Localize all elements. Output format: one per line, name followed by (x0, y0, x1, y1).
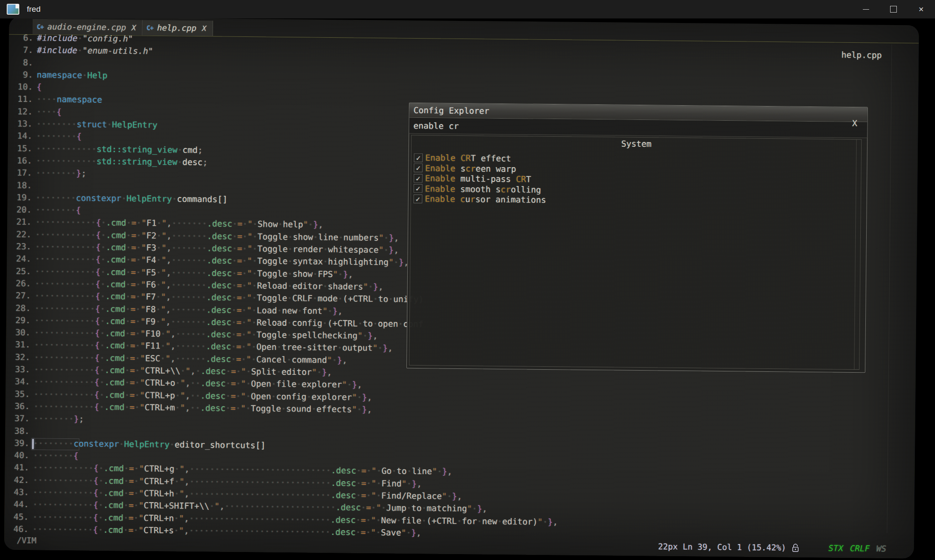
line-content: namespace·Help (36, 69, 107, 82)
line-number: 22. (7, 228, 31, 241)
lock-icon (792, 543, 799, 552)
text-cursor (32, 439, 34, 449)
config-item-label: Enable cursor animations (425, 194, 546, 205)
line-number: 36. (5, 400, 30, 412)
window-title: fred (27, 5, 41, 14)
line-number: 33. (6, 363, 30, 376)
line-number: 39. (5, 437, 29, 449)
line-number: 20. (7, 204, 31, 216)
line-number: 34. (5, 376, 30, 388)
line-content: { (36, 81, 42, 93)
config-items: ✓Enable CRT effect✓Enable screen warp✓En… (414, 153, 861, 208)
line-number: 9. (8, 69, 33, 81)
line-number: 41. (5, 461, 29, 474)
line-content: ············std::string_view·desc; (36, 155, 208, 169)
line-number: 21. (7, 216, 31, 228)
line-number: 25. (7, 265, 31, 277)
line-number: 37. (5, 412, 30, 425)
close-button[interactable]: ✕ (907, 0, 935, 18)
vim-mode-indicator: /VIM (17, 535, 36, 545)
line-number: 26. (7, 277, 31, 290)
line-number: 35. (5, 388, 30, 400)
config-item-label: Enable screen warp (425, 163, 516, 174)
tab-close-icon[interactable]: X (131, 23, 136, 32)
tab-label: audio-engine.cpp (47, 22, 126, 32)
line-number: 7. (9, 44, 33, 57)
status-flag-ws: WS (876, 544, 886, 553)
line-number: 27. (6, 290, 31, 302)
line-content: ········}; (34, 412, 84, 425)
config-item-label: Enable multi-pass CRT (425, 173, 531, 184)
line-number: 42. (5, 474, 29, 486)
tab-help.cpp[interactable]: C+help.cppX (142, 20, 213, 36)
window-controls: ✕ (852, 0, 935, 18)
split-filename-label: help.cpp (841, 50, 882, 60)
cpp-file-icon: C+ (146, 24, 153, 31)
line-number: 28. (6, 302, 31, 314)
tab-bar: C+audio-engine.cppXC+help.cppX (33, 19, 213, 36)
line-number: 45. (4, 511, 29, 523)
line-number: 44. (5, 498, 29, 511)
checkbox-checked-icon[interactable]: ✓ (414, 184, 422, 193)
status-flags: STXCRLFWS (828, 543, 886, 553)
line-number: 14. (8, 130, 32, 143)
cpp-file-icon: C+ (37, 23, 44, 31)
line-content: ····namespace (36, 93, 102, 106)
config-item-label: Enable CRT effect (425, 153, 511, 163)
maximize-icon (890, 6, 897, 13)
scrollbar-track[interactable] (887, 44, 892, 533)
line-number: 31. (6, 339, 30, 351)
window-titlebar: fred ✕ (0, 0, 935, 18)
line-number: 15. (8, 142, 32, 155)
line-number: 10. (8, 81, 33, 93)
line-number: 18. (8, 179, 32, 192)
line-number: 24. (7, 253, 31, 265)
line-number: 30. (6, 327, 31, 339)
line-number: 11. (8, 93, 33, 106)
checkbox-checked-icon[interactable]: ✓ (414, 153, 423, 162)
line-content: ········{ (35, 204, 81, 216)
config-explorer-popup: Config Explorer X enable cr System ✓Enab… (406, 103, 868, 373)
line-content: ········{ (36, 130, 82, 143)
line-number: 13. (8, 118, 32, 130)
indent-highlight-box (31, 438, 79, 450)
line-number: 12. (8, 105, 33, 118)
maximize-button[interactable] (880, 0, 907, 18)
line-number: 32. (6, 351, 30, 363)
line-content: ············std::string_view·cmd; (36, 143, 203, 156)
line-number: 43. (5, 486, 29, 499)
line-number: 6. (9, 32, 33, 44)
tab-close-icon[interactable]: X (202, 24, 206, 33)
line-number: 19. (8, 191, 32, 204)
line-content: #include·"enum-utils.h" (37, 44, 153, 58)
line-number: 38. (5, 425, 29, 437)
crt-screen: C+audio-engine.cppXC+help.cppX help.cpp … (4, 17, 919, 559)
popup-close-button[interactable]: X (852, 118, 857, 128)
cursor-position-label: 22px Ln 39, Col 1 (15.42%) (658, 542, 786, 552)
checkbox-checked-icon[interactable]: ✓ (414, 194, 422, 203)
line-content: ········struct·HelpEntry (36, 118, 157, 131)
section-header-system: System (412, 137, 861, 151)
line-number: 23. (7, 241, 31, 253)
checkbox-checked-icon[interactable]: ✓ (414, 174, 422, 183)
line-number: 40. (5, 449, 29, 462)
minimize-button[interactable] (852, 0, 880, 18)
line-content: ········}; (36, 167, 86, 180)
line-number: 17. (8, 167, 32, 179)
status-flag-crlf: CRLF (850, 543, 870, 553)
status-flag-stx: STX (828, 543, 843, 553)
line-content: ····{ (36, 106, 62, 118)
line-number: 16. (8, 155, 32, 167)
minimize-icon (863, 9, 869, 10)
line-content: ········constexpr·HelpEntry·commands[] (36, 192, 228, 206)
tab-label: help.cpp (157, 23, 196, 33)
line-number: 8. (9, 56, 33, 69)
checkbox-checked-icon[interactable]: ✓ (414, 163, 422, 172)
line-content: ········{ (33, 449, 79, 462)
config-item-label: Enable smooth scrolling (425, 184, 541, 195)
line-number: 29. (6, 314, 31, 327)
close-icon: ✕ (918, 5, 924, 13)
tab-audio-engine.cpp[interactable]: C+audio-engine.cppX (33, 19, 143, 36)
app-icon (7, 4, 19, 15)
popup-body: System ✓Enable CRT effect✓Enable screen … (409, 135, 862, 370)
